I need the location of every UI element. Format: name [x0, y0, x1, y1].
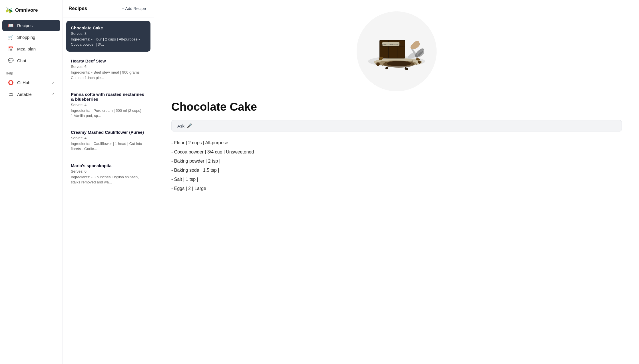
panel-title: Recipes: [69, 6, 87, 11]
recipe-list-panel: Recipes + Add Recipe Chocolate Cake Serv…: [63, 0, 154, 364]
ingredient-item-2: - Baking powder | 2 tsp |: [171, 158, 622, 165]
sidebar-nav: 📖 Recipes 🛒 Shopping 📅 Meal plan 💬 Chat …: [0, 19, 63, 359]
recipe-card-marias-spanakopita[interactable]: Maria's spanakopita Serves: 6 Ingredient…: [66, 159, 150, 189]
recipe-card-panna-cotta[interactable]: Panna cotta with roasted nectarines & bl…: [66, 87, 150, 123]
nav-item-left-airtable: 🗃 Airtable: [8, 92, 32, 97]
nav-label-chat: Chat: [17, 58, 26, 63]
detail-image-container: UNSWEETENED POWDER: [171, 11, 622, 91]
ingredient-item-0: - Flour | 2 cups | All-purpose: [171, 139, 622, 146]
logo-icon: 🫒: [6, 7, 13, 14]
sidebar: 🫒 Omnivore 📖 Recipes 🛒 Shopping 📅 Meal p…: [0, 0, 63, 364]
nav-label-recipes: Recipes: [17, 23, 33, 28]
nav-label-shopping: Shopping: [17, 35, 35, 40]
recipe-card-hearty-beef-stew[interactable]: Hearty Beef Stew Serves: 6 Ingredients: …: [66, 54, 150, 85]
svg-point-23: [418, 61, 421, 64]
recipe-title-marias-spanakopita: Maria's spanakopita: [71, 163, 146, 168]
detail-panel: UNSWEETENED POWDER: [154, 0, 639, 364]
external-link-icon-airtable: ↗: [52, 92, 55, 96]
mic-icon: 🎤: [187, 123, 192, 128]
sidebar-item-airtable[interactable]: 🗃 Airtable ↗: [2, 89, 60, 100]
svg-point-18: [382, 65, 383, 66]
svg-point-16: [385, 62, 386, 63]
ask-label: Ask: [177, 124, 184, 128]
nav-icon-github: ⭕: [8, 80, 14, 85]
recipe-list: Chocolate Cake Serves: 8 Ingredients: - …: [63, 17, 154, 364]
ingredients-list: - Flour | 2 cups | All-purpose- Cocoa po…: [171, 139, 622, 192]
panel-header: Recipes + Add Recipe: [63, 0, 154, 17]
recipe-title-creamy-cauliflower: Creamy Mashed Cauliflower (Puree): [71, 130, 146, 135]
sidebar-item-meal-plan[interactable]: 📅 Meal plan: [2, 43, 60, 54]
nav-label-airtable: Airtable: [17, 92, 32, 97]
svg-point-19: [416, 64, 417, 65]
svg-text:UNSWEETENED POWDER: UNSWEETENED POWDER: [380, 44, 402, 45]
add-recipe-button[interactable]: + Add Recipe: [120, 5, 148, 12]
svg-point-15: [387, 61, 411, 66]
recipe-ingredients-hearty-beef-stew: Ingredients: - Beef stew meat | 900 gram…: [71, 70, 146, 80]
sidebar-item-chat[interactable]: 💬 Chat: [2, 55, 60, 66]
recipe-ingredients-creamy-cauliflower: Ingredients: - Cauliflower | 1 head | Cu…: [71, 141, 146, 151]
sidebar-item-github[interactable]: ⭕ GitHub ↗: [2, 77, 60, 88]
nav-label-github: GitHub: [17, 80, 31, 85]
detail-image: UNSWEETENED POWDER: [357, 11, 437, 91]
ingredient-item-3: - Baking soda | 1.5 tsp |: [171, 167, 622, 174]
nav-icon-chat: 💬: [8, 58, 14, 63]
sidebar-item-shopping[interactable]: 🛒 Shopping: [2, 32, 60, 43]
nav-icon-airtable: 🗃: [8, 92, 14, 97]
recipe-ingredients-panna-cotta: Ingredients: - Pure cream | 500 ml (2 cu…: [71, 108, 146, 118]
svg-point-17: [411, 60, 413, 62]
recipe-ingredients-marias-spanakopita: Ingredients: - 3 bunches English spinach…: [71, 175, 146, 185]
sidebar-item-recipes[interactable]: 📖 Recipes: [2, 20, 60, 31]
app-name: Omnivore: [15, 7, 38, 13]
recipe-serves-hearty-beef-stew: Serves: 6: [71, 64, 146, 69]
recipe-serves-chocolate-cake: Serves: 8: [71, 31, 146, 36]
ask-button[interactable]: Ask 🎤: [171, 120, 622, 132]
ingredient-item-5: - Eggs | 2 | Large: [171, 185, 622, 192]
external-link-icon-github: ↗: [52, 81, 55, 85]
recipe-ingredients-chocolate-cake: Ingredients: - Flour | 2 cups | All-purp…: [71, 37, 146, 47]
ingredient-item-4: - Salt | 1 tsp |: [171, 176, 622, 183]
nav-icon-meal-plan: 📅: [8, 46, 14, 52]
svg-point-22: [376, 62, 380, 66]
nav-item-left-github: ⭕ GitHub: [8, 80, 31, 85]
recipe-title-hearty-beef-stew: Hearty Beef Stew: [71, 58, 146, 63]
detail-title: Chocolate Cake: [171, 100, 622, 113]
recipe-title-chocolate-cake: Chocolate Cake: [71, 25, 146, 30]
recipe-card-chocolate-cake[interactable]: Chocolate Cake Serves: 8 Ingredients: - …: [66, 21, 150, 52]
nav-label-meal-plan: Meal plan: [17, 46, 36, 51]
app-logo: 🫒 Omnivore: [0, 5, 63, 19]
recipe-title-panna-cotta: Panna cotta with roasted nectarines & bl…: [71, 92, 146, 102]
recipe-card-creamy-cauliflower[interactable]: Creamy Mashed Cauliflower (Puree) Serves…: [66, 125, 150, 156]
nav-icon-shopping: 🛒: [8, 35, 14, 40]
help-section-label: Help: [0, 67, 63, 76]
recipe-serves-panna-cotta: Serves: 4: [71, 103, 146, 107]
recipe-serves-creamy-cauliflower: Serves: 4: [71, 136, 146, 140]
recipe-serves-marias-spanakopita: Serves: 6: [71, 169, 146, 173]
ingredient-item-1: - Cocoa powder | 3/4 cup | Unsweetened: [171, 149, 622, 155]
nav-icon-recipes: 📖: [8, 23, 14, 28]
